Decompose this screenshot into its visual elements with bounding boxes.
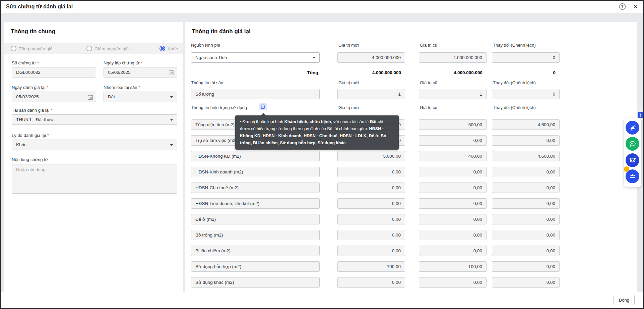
funding-new-value[interactable]: 4.000.000.000 — [337, 52, 405, 63]
usage-old-value[interactable]: 0,00 — [419, 214, 487, 224]
usage-old-value[interactable]: 100,00 — [419, 261, 487, 272]
usage-new-value-text: 100,00 — [387, 264, 401, 269]
usage-change-value[interactable]: 0,00 — [492, 277, 560, 288]
usage-change-value-text: 0,00 — [546, 264, 555, 269]
usage-new-value[interactable]: 0,00 — [337, 230, 405, 240]
usage-row-label[interactable]: Để ở (m2) — [191, 214, 320, 224]
usage-row-label[interactable]: HĐSN-Không KD (m2) — [191, 151, 320, 161]
total-change-value: 0 — [492, 70, 560, 75]
usage-old-value[interactable]: 0,00 — [419, 277, 487, 288]
reval-reason-select[interactable]: Khác — [12, 140, 177, 150]
col-header-old: Giá trị cũ — [420, 80, 437, 85]
usage-old-value-text: 100,00 — [468, 264, 482, 269]
radio-increase-cost[interactable] — [11, 46, 16, 51]
usage-new-value[interactable]: 0,00 — [337, 198, 405, 209]
quantity-field[interactable]: Số lượng — [191, 89, 320, 99]
robot-assistant-icon[interactable] — [626, 153, 639, 167]
usage-change-value-text: 0,00 — [546, 138, 555, 143]
usage-old-value[interactable]: 0,00 — [419, 246, 487, 256]
usage-old-value[interactable]: 0,00 — [419, 230, 487, 240]
usage-row-label-text: Bỏ trống (m2) — [195, 233, 223, 238]
voucher-content-textarea[interactable] — [12, 164, 177, 194]
asset-group-label: Nhóm loại tài sản* — [104, 85, 140, 90]
usage-old-value[interactable]: 0,00 — [419, 167, 487, 177]
usage-old-value-text: 0,00 — [473, 280, 482, 285]
usage-change-value[interactable]: 0,00 — [492, 198, 560, 209]
voucher-date-field[interactable]: 05/03/2025 — [104, 67, 177, 78]
usage-change-value[interactable]: 0,00 — [492, 183, 560, 193]
usage-row-label[interactable]: Bị lấn chiếm (m2) — [191, 246, 320, 256]
usage-change-value[interactable]: 0,00 — [492, 261, 560, 272]
usage-change-value[interactable]: 0,00 — [492, 214, 560, 224]
usage-new-value[interactable]: 0,00 — [337, 277, 405, 288]
chevron-down-icon — [170, 119, 173, 121]
tooltip-segment: Đất — [370, 119, 377, 124]
usage-old-value[interactable]: 0,00 — [419, 135, 487, 146]
usage-change-value-text: 0,00 — [546, 280, 555, 285]
reval-asset-value: THU5.1 - Đất thửa — [16, 117, 53, 122]
funding-change-value[interactable]: 0 — [492, 52, 560, 63]
usage-row-label[interactable]: Sử dụng hỗn hợp (m2) — [191, 261, 320, 272]
usage-old-value[interactable]: 400,00 — [419, 151, 487, 161]
radio-decrease-cost[interactable] — [86, 46, 92, 51]
quantity-change-value[interactable]: 0 — [492, 89, 560, 99]
funding-source-select[interactable]: Ngân sách Tỉnh — [191, 52, 320, 63]
usage-change-value[interactable]: 0,00 — [492, 230, 560, 240]
voucher-no-label: Số chứng từ* — [12, 60, 39, 65]
total-old-value: 4.000.000.000 — [419, 70, 487, 75]
usage-change-value-text: 0,00 — [546, 233, 555, 238]
usage-old-value-text: 0,00 — [473, 201, 482, 206]
calendar-icon[interactable] — [87, 94, 93, 100]
funding-old-value[interactable]: 4.000.000.000 — [419, 52, 487, 63]
usage-row-label-text: Bị lấn chiếm (m2) — [195, 248, 231, 253]
usage-old-value-text: 0,00 — [473, 138, 482, 143]
col-header-new: Giá trị mới — [338, 105, 359, 110]
megaphone-icon[interactable] — [626, 121, 639, 135]
funding-source-label: Nguồn kinh phí — [191, 43, 220, 48]
voucher-no-field[interactable]: DGL000082 — [12, 67, 96, 78]
usage-change-value-text: 0,00 — [546, 169, 555, 174]
asset-group-select[interactable]: Đất — [104, 92, 177, 102]
usage-new-value[interactable]: 0,00 — [337, 183, 405, 193]
close-icon[interactable]: ✕ — [632, 3, 639, 10]
chat-icon[interactable] — [626, 137, 639, 151]
usage-new-value[interactable]: 0,00 — [337, 246, 405, 256]
usage-new-value[interactable]: 0,00 — [337, 167, 405, 177]
usage-new-value[interactable]: 100,00 — [337, 261, 405, 272]
usage-change-value[interactable]: 4.600,00 — [492, 151, 560, 161]
voucher-no-value: DGL000082 — [16, 70, 41, 75]
usage-row-label[interactable]: Bỏ trống (m2) — [191, 230, 320, 240]
usage-row-label-text: Sử dụng khác (m2) — [195, 280, 234, 285]
usage-row-label[interactable]: HĐSN-Cho thuê (m2) — [191, 183, 320, 193]
radio-decrease-cost-label: Giảm nguyên giá — [94, 46, 129, 51]
usage-rules-tooltip: • Đơn vị thuộc loại hình Khám bệnh, chữa… — [235, 115, 399, 150]
usage-change-value[interactable]: 4.600,00 — [492, 119, 560, 130]
reval-asset-label: Tài sản đánh giá lại* — [12, 108, 53, 113]
help-icon[interactable]: ? — [619, 3, 626, 10]
quantity-old-value[interactable]: 1 — [419, 89, 487, 99]
calendar-icon[interactable] — [169, 70, 174, 75]
usage-row-label-text: HĐSN-Cho thuê (m2) — [195, 185, 239, 190]
usage-old-value[interactable]: 0,00 — [419, 198, 487, 209]
usage-new-value-text: 0,00 — [392, 217, 401, 222]
usage-new-value[interactable]: 0,00 — [337, 214, 405, 224]
usage-old-value[interactable]: 500,00 — [419, 119, 487, 130]
usage-row-label[interactable]: HĐSN-Liên doanh, liên kết (m2) — [191, 198, 320, 209]
reval-asset-select[interactable]: THU5.1 - Đất thửa — [12, 114, 177, 125]
usage-change-value[interactable]: 0,00 — [492, 167, 560, 177]
radio-other[interactable] — [159, 46, 165, 51]
reval-date-value: 05/03/2025 — [16, 94, 39, 99]
asset-info-label: Thông tin tài sản — [191, 80, 223, 85]
usage-change-value[interactable]: 0,00 — [492, 246, 560, 256]
usage-row-label[interactable]: HĐSN-Kinh doanh (m2) — [191, 167, 320, 177]
note-edit-icon[interactable] — [259, 103, 267, 110]
usage-new-value[interactable]: 5.000,00 — [337, 151, 405, 161]
usage-row-label[interactable]: Sử dụng khác (m2) — [191, 277, 320, 288]
close-dialog-button[interactable]: Đóng — [614, 295, 635, 305]
chevron-right-icon[interactable]: ❯ — [638, 112, 643, 118]
col-header-change: Thay đổi (Chênh lệch) — [493, 43, 536, 48]
quantity-new-value[interactable]: 1 — [337, 89, 405, 99]
reval-date-field[interactable]: 05/03/2025 — [12, 92, 96, 102]
usage-old-value[interactable]: 0,00 — [419, 183, 487, 193]
usage-change-value[interactable]: 0,00 — [492, 135, 560, 146]
